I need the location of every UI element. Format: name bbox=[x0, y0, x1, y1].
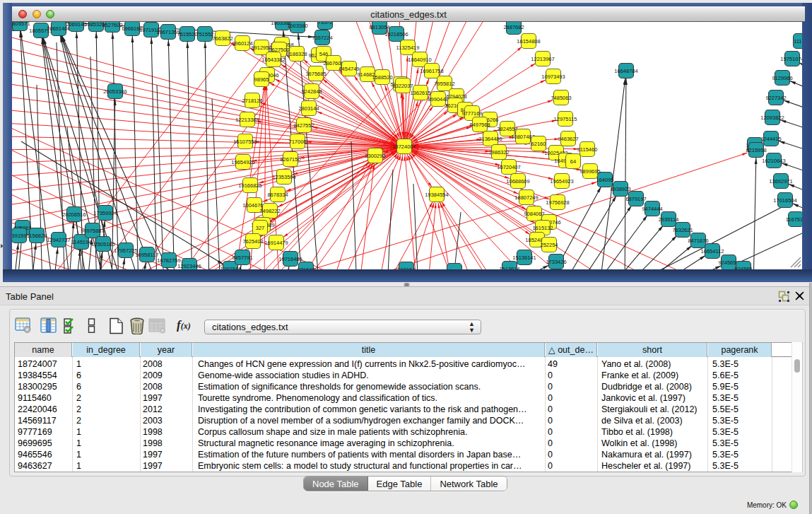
svg-text:3675685: 3675685 bbox=[305, 71, 326, 77]
svg-text:7515520: 7515520 bbox=[177, 31, 197, 37]
svg-text:8471676: 8471676 bbox=[688, 238, 708, 244]
svg-text:12093822: 12093822 bbox=[760, 115, 784, 121]
svg-text:971648: 971648 bbox=[297, 267, 314, 270]
svg-text:3498222: 3498222 bbox=[259, 208, 280, 214]
svg-text:2803144: 2803144 bbox=[298, 105, 319, 112]
svg-text:164095: 164095 bbox=[596, 177, 613, 183]
svg-text:252254: 252254 bbox=[540, 242, 558, 248]
svg-text:13692971: 13692971 bbox=[769, 178, 792, 185]
svg-text:19716485: 19716485 bbox=[278, 256, 302, 262]
svg-text:8322037: 8322037 bbox=[392, 83, 413, 89]
svg-text:64: 64 bbox=[570, 158, 576, 165]
svg-text:1615132: 1615132 bbox=[532, 225, 553, 231]
svg-text:15751074: 15751074 bbox=[780, 56, 802, 62]
svg-text:7625402: 7625402 bbox=[242, 238, 263, 245]
svg-text:10973493: 10973493 bbox=[541, 74, 565, 80]
svg-text:9115460: 9115460 bbox=[577, 146, 598, 153]
svg-text:9084067: 9084067 bbox=[524, 211, 544, 217]
svg-text:717006: 717006 bbox=[288, 139, 306, 145]
svg-text:10958117: 10958117 bbox=[136, 252, 159, 258]
svg-text:12505185: 12505185 bbox=[91, 241, 114, 247]
svg-text:197164: 197164 bbox=[397, 267, 415, 270]
svg-text:12353594: 12353594 bbox=[272, 174, 295, 180]
svg-text:62160: 62160 bbox=[531, 141, 546, 147]
svg-text:16914479: 16914479 bbox=[264, 240, 288, 246]
svg-text:1513614: 1513614 bbox=[499, 266, 519, 270]
svg-text:751552: 751552 bbox=[196, 31, 213, 37]
svg-text:1244415: 1244415 bbox=[760, 136, 781, 142]
svg-text:16648784: 16648784 bbox=[614, 68, 637, 74]
svg-text:19756928: 19756928 bbox=[546, 199, 569, 206]
svg-text:18724007: 18724007 bbox=[392, 144, 416, 150]
svg-text:8454749: 8454749 bbox=[339, 66, 359, 72]
svg-text:7357224: 7357224 bbox=[312, 35, 332, 41]
svg-text:8215958: 8215958 bbox=[746, 147, 766, 153]
svg-text:16543382: 16543382 bbox=[261, 57, 285, 63]
svg-text:18640910: 18640910 bbox=[408, 57, 431, 63]
svg-text:8938923: 8938923 bbox=[610, 186, 630, 192]
svg-text:1805571: 1805571 bbox=[12, 22, 30, 27]
svg-text:9474444: 9474444 bbox=[642, 206, 662, 212]
svg-text:15720407: 15720407 bbox=[497, 164, 520, 170]
svg-text:1145194: 1145194 bbox=[71, 239, 92, 245]
svg-text:12213389: 12213389 bbox=[235, 117, 259, 123]
svg-text:7632621: 7632621 bbox=[672, 227, 693, 233]
svg-text:73572: 73572 bbox=[318, 22, 333, 25]
svg-text:19654923: 19654923 bbox=[550, 178, 573, 185]
svg-text:19166825: 19166825 bbox=[238, 182, 261, 189]
svg-text:12942737: 12942737 bbox=[47, 237, 70, 243]
svg-text:924565: 924565 bbox=[734, 266, 752, 270]
svg-text:1527602: 1527602 bbox=[102, 22, 122, 28]
svg-text:8267150: 8267150 bbox=[280, 156, 300, 163]
svg-text:2300293: 2300293 bbox=[365, 153, 385, 159]
svg-text:1588520: 1588520 bbox=[372, 74, 392, 81]
svg-text:7663822: 7663822 bbox=[212, 35, 233, 42]
svg-text:19218506: 19218506 bbox=[384, 31, 408, 37]
svg-text:3824554: 3824554 bbox=[497, 126, 517, 132]
svg-text:9129966: 9129966 bbox=[772, 75, 792, 81]
svg-text:9463627: 9463627 bbox=[558, 136, 578, 142]
svg-text:12975115: 12975115 bbox=[554, 116, 577, 122]
svg-text:19654925: 19654925 bbox=[231, 159, 254, 165]
svg-text:11170: 11170 bbox=[794, 38, 802, 45]
svg-text:9899695: 9899695 bbox=[579, 168, 600, 175]
svg-text:7485063: 7485063 bbox=[551, 95, 571, 101]
svg-text:16210643: 16210643 bbox=[762, 158, 785, 164]
svg-text:1156829: 1156829 bbox=[27, 233, 47, 239]
svg-text:90975887: 90975887 bbox=[81, 228, 104, 234]
svg-text:1362615: 1362615 bbox=[410, 90, 430, 96]
svg-text:12213967: 12213967 bbox=[531, 56, 554, 62]
svg-text:10688609: 10688609 bbox=[506, 178, 529, 185]
svg-text:2887682: 2887682 bbox=[503, 24, 524, 30]
svg-text:19384554: 19384554 bbox=[425, 192, 448, 198]
svg-text:1003380: 1003380 bbox=[287, 23, 307, 29]
svg-text:7986322: 7986322 bbox=[488, 149, 509, 156]
svg-text:9242848: 9242848 bbox=[301, 88, 322, 95]
svg-text:9777169: 9777169 bbox=[461, 110, 482, 117]
svg-text:2069140: 2069140 bbox=[66, 22, 86, 28]
svg-text:20053346: 20053346 bbox=[103, 88, 126, 95]
svg-text:10654112: 10654112 bbox=[701, 248, 724, 255]
svg-text:15136141: 15136141 bbox=[512, 255, 536, 261]
svg-text:17957225: 17957225 bbox=[114, 247, 137, 254]
svg-text:7955812: 7955812 bbox=[434, 81, 454, 87]
svg-text:8186328: 8186328 bbox=[286, 51, 307, 57]
svg-text:1167533: 1167533 bbox=[786, 216, 802, 223]
svg-text:1733426: 1733426 bbox=[546, 259, 566, 265]
svg-text:9227342: 9227342 bbox=[765, 95, 786, 101]
svg-text:39159: 39159 bbox=[12, 233, 26, 239]
svg-text:18807249: 18807249 bbox=[514, 194, 538, 201]
svg-text:327: 327 bbox=[256, 225, 265, 231]
svg-text:21364486: 21364486 bbox=[478, 136, 502, 142]
svg-text:98965: 98965 bbox=[254, 76, 269, 83]
svg-text:16154808: 16154808 bbox=[517, 38, 540, 45]
svg-text:183002: 183002 bbox=[445, 268, 463, 270]
svg-text:16107553: 16107553 bbox=[233, 139, 257, 145]
svg-text:9960124: 9960124 bbox=[232, 40, 252, 47]
svg-text:2718126: 2718126 bbox=[242, 98, 262, 104]
svg-text:17016504: 17016504 bbox=[773, 197, 796, 204]
svg-text:9457791: 9457791 bbox=[232, 255, 252, 261]
svg-text:546: 546 bbox=[319, 51, 329, 57]
svg-text:8990448: 8990448 bbox=[428, 96, 448, 103]
svg-text:6879197: 6879197 bbox=[625, 196, 646, 202]
